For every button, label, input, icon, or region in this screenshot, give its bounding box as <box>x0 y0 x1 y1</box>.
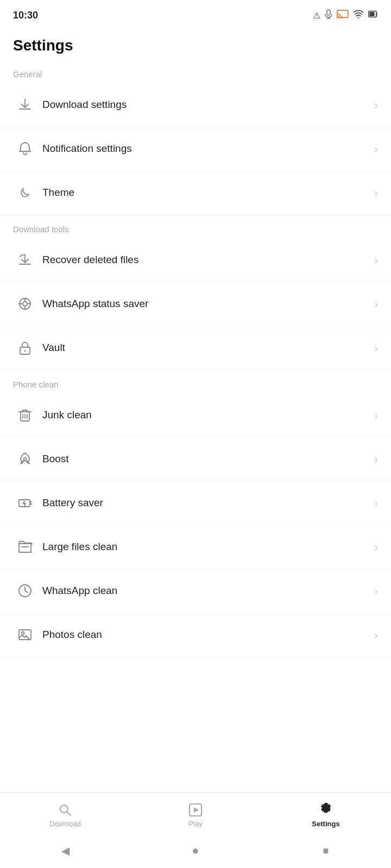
status-bar: 10:30 ⚠ <box>0 0 391 27</box>
battery-icon <box>368 10 378 21</box>
whatsapp-icon <box>13 292 37 316</box>
chevron-icon-boost: › <box>374 453 378 465</box>
nav-item-settings[interactable]: Settings <box>261 802 391 828</box>
chevron-icon-junk-clean: › <box>374 409 378 422</box>
svg-marker-34 <box>194 807 199 813</box>
download-icon <box>13 93 37 117</box>
nav-label-play: Play <box>188 820 202 828</box>
menu-item-download-settings[interactable]: Download settings› <box>0 83 391 127</box>
menu-item-theme[interactable]: Theme› <box>0 171 391 215</box>
svg-rect-0 <box>327 10 330 15</box>
photo-icon <box>13 623 37 647</box>
moon-icon <box>13 181 37 205</box>
menu-label-notification-settings: Notification settings <box>42 143 374 155</box>
home-button[interactable]: ● <box>188 843 203 858</box>
menu-item-large-files-clean[interactable]: Large files clean› <box>0 525 391 569</box>
clock-icon <box>13 579 37 603</box>
menu-item-notification-settings[interactable]: Notification settings› <box>0 127 391 171</box>
svg-line-32 <box>67 812 71 816</box>
menu-label-whatsapp-clean: WhatsApp clean <box>42 585 374 597</box>
menu-item-recover-deleted-files[interactable]: Recover deleted files› <box>0 238 391 282</box>
play-icon <box>188 802 203 818</box>
menu-item-battery-saver[interactable]: Battery saver› <box>0 481 391 525</box>
battery-icon <box>13 491 37 515</box>
alert-icon: ⚠ <box>313 10 320 21</box>
settings-list: General Download settings› Notification … <box>0 60 391 657</box>
folder-icon <box>13 535 37 559</box>
trash-icon <box>13 403 37 427</box>
menu-item-photos-clean[interactable]: Photos clean› <box>0 613 391 657</box>
chevron-icon-whatsapp-clean: › <box>374 585 378 597</box>
mic-icon <box>325 9 332 21</box>
chevron-icon-recover-deleted-files: › <box>374 254 378 266</box>
menu-item-junk-clean[interactable]: Junk clean› <box>0 393 391 437</box>
back-button[interactable]: ◀ <box>58 843 73 858</box>
recover-icon <box>13 248 37 272</box>
section-label-download-tools: Download tools <box>0 215 391 238</box>
menu-label-whatsapp-status-saver: WhatsApp status saver <box>42 298 374 310</box>
menu-item-whatsapp-clean[interactable]: WhatsApp clean› <box>0 569 391 613</box>
nav-label-settings: Settings <box>312 820 339 828</box>
menu-label-vault: Vault <box>42 342 374 354</box>
svg-point-9 <box>23 302 27 306</box>
bottom-nav: Download Play Settings <box>0 792 391 835</box>
page-title: Settings <box>0 27 391 60</box>
search-icon <box>58 802 73 818</box>
svg-rect-29 <box>19 630 31 640</box>
menu-label-photos-clean: Photos clean <box>42 629 374 641</box>
svg-point-30 <box>22 632 24 635</box>
svg-rect-7 <box>370 12 375 16</box>
menu-label-boost: Boost <box>42 453 374 465</box>
chevron-icon-vault: › <box>374 342 378 354</box>
svg-point-5 <box>358 17 359 18</box>
menu-label-download-settings: Download settings <box>42 99 374 111</box>
menu-label-theme: Theme <box>42 187 374 199</box>
chevron-icon-battery-saver: › <box>374 497 378 509</box>
chevron-icon-notification-settings: › <box>374 143 378 155</box>
status-icons: ⚠ <box>313 9 378 21</box>
lock-icon <box>13 336 37 360</box>
menu-label-large-files-clean: Large files clean <box>42 541 374 553</box>
status-time: 10:30 <box>13 10 38 21</box>
section-label-phone-clean: Phone clean <box>0 370 391 393</box>
android-nav: ◀ ● ■ <box>0 835 391 868</box>
chevron-icon-photos-clean: › <box>374 629 378 641</box>
menu-item-boost[interactable]: Boost› <box>0 437 391 481</box>
nav-item-play[interactable]: Play <box>130 802 261 828</box>
cast-icon <box>337 10 349 21</box>
gear-icon <box>318 802 333 818</box>
nav-label-download: Download <box>49 820 81 828</box>
recent-button[interactable]: ■ <box>318 843 333 858</box>
menu-label-battery-saver: Battery saver <box>42 497 374 509</box>
chevron-icon-download-settings: › <box>374 99 378 111</box>
menu-label-recover-deleted-files: Recover deleted files <box>42 254 374 266</box>
svg-point-20 <box>24 458 27 461</box>
section-label-general: General <box>0 60 391 83</box>
svg-point-15 <box>24 350 26 352</box>
wifi-icon <box>353 10 364 21</box>
chevron-icon-large-files-clean: › <box>374 541 378 553</box>
nav-item-download[interactable]: Download <box>0 802 130 828</box>
menu-item-whatsapp-status-saver[interactable]: WhatsApp status saver› <box>0 282 391 326</box>
bell-icon <box>13 137 37 161</box>
chevron-icon-theme: › <box>374 187 378 199</box>
rocket-icon <box>13 447 37 471</box>
menu-item-vault[interactable]: Vault› <box>0 326 391 370</box>
menu-label-junk-clean: Junk clean <box>42 409 374 421</box>
chevron-icon-whatsapp-status-saver: › <box>374 298 378 310</box>
